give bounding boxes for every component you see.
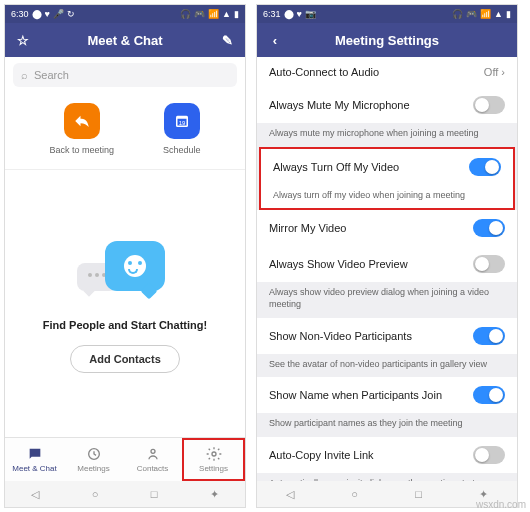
back-to-meeting-button[interactable]: Back to meeting bbox=[49, 103, 114, 155]
signal-icon: ▲ bbox=[222, 9, 231, 19]
setting-sub: Show participant names as they join the … bbox=[257, 413, 517, 437]
headset-icon: 🎧 bbox=[180, 9, 191, 19]
location-icon: ⬤ bbox=[284, 9, 294, 19]
action-row: Back to meeting 19 Schedule bbox=[5, 93, 245, 169]
back-icon[interactable]: ‹ bbox=[267, 32, 283, 48]
chevron-right-icon: › bbox=[501, 66, 505, 78]
camera-icon: 📷 bbox=[305, 9, 316, 19]
setting-mute-mic[interactable]: Always Mute My Microphone bbox=[257, 87, 517, 123]
setting-label: Auto-Connect to Audio bbox=[269, 66, 379, 78]
star-icon[interactable]: ☆ bbox=[15, 32, 31, 48]
android-nav: ◁ ○ □ ✦ bbox=[5, 481, 245, 507]
header: ‹ Meeting Settings bbox=[257, 23, 517, 57]
setting-mirror[interactable]: Mirror My Video bbox=[257, 210, 517, 246]
empty-state: Find People and Start Chatting! Add Cont… bbox=[5, 170, 245, 437]
tab-label: Contacts bbox=[137, 464, 169, 473]
schedule-button[interactable]: 19 Schedule bbox=[163, 103, 201, 155]
contacts-icon bbox=[145, 446, 161, 462]
bulb-icon: ♥ bbox=[297, 9, 302, 19]
setting-sub: Always mute my microphone when joining a… bbox=[257, 123, 517, 147]
nav-star-icon[interactable]: ✦ bbox=[210, 488, 219, 501]
battery-icon: ▮ bbox=[234, 9, 239, 19]
toggle-off[interactable] bbox=[473, 446, 505, 464]
setting-label: Auto-Copy Invite Link bbox=[269, 449, 374, 461]
nav-home-icon[interactable]: ○ bbox=[351, 488, 358, 500]
tab-label: Settings bbox=[199, 464, 228, 473]
toggle-off[interactable] bbox=[473, 255, 505, 273]
setting-video-off-group: Always Turn Off My Video Always turn off… bbox=[259, 147, 515, 211]
compose-icon[interactable]: ✎ bbox=[219, 32, 235, 48]
page-title: Meet & Chat bbox=[31, 33, 219, 48]
clock-icon bbox=[86, 446, 102, 462]
tab-label: Meet & Chat bbox=[12, 464, 56, 473]
status-time: 6:30 bbox=[11, 9, 29, 19]
tab-contacts[interactable]: Contacts bbox=[123, 438, 182, 481]
svg-point-4 bbox=[151, 449, 155, 453]
action-label: Back to meeting bbox=[49, 145, 114, 155]
calendar-icon: 19 bbox=[164, 103, 200, 139]
setting-label: Show Name when Participants Join bbox=[269, 389, 442, 401]
search-input[interactable]: ⌕ Search bbox=[13, 63, 237, 87]
setting-sub: Always turn off my video when joining a … bbox=[261, 185, 513, 209]
toggle-on[interactable] bbox=[469, 158, 501, 176]
spacer bbox=[491, 32, 507, 48]
wifi-icon: 📶 bbox=[480, 9, 491, 19]
setting-sub: Automatically copy invite link once the … bbox=[257, 473, 517, 481]
nav-back-icon[interactable]: ◁ bbox=[31, 488, 39, 501]
tab-label: Meetings bbox=[77, 464, 109, 473]
setting-value: Off› bbox=[484, 66, 505, 78]
setting-video-off[interactable]: Always Turn Off My Video bbox=[261, 149, 513, 185]
setting-label: Always Show Video Preview bbox=[269, 258, 408, 270]
game-icon: 🎮 bbox=[194, 9, 205, 19]
add-contacts-button[interactable]: Add Contacts bbox=[70, 345, 180, 373]
setting-showname[interactable]: Show Name when Participants Join bbox=[257, 377, 517, 413]
battery-icon: ▮ bbox=[506, 9, 511, 19]
setting-label: Show Non-Video Participants bbox=[269, 330, 412, 342]
setting-label: Always Mute My Microphone bbox=[269, 99, 410, 111]
phone-meeting-settings: 6:31⬤♥📷 🎧🎮📶▲▮ ‹ Meeting Settings Auto-Co… bbox=[256, 4, 518, 508]
tab-meetings[interactable]: Meetings bbox=[64, 438, 123, 481]
headset-icon: 🎧 bbox=[452, 9, 463, 19]
search-placeholder: Search bbox=[34, 69, 69, 81]
nav-back-icon[interactable]: ◁ bbox=[286, 488, 294, 501]
phone-meet-chat: 6:30⬤♥🎤↻ 🎧🎮📶▲▮ ☆ Meet & Chat ✎ ⌕ Search … bbox=[4, 4, 246, 508]
signal-icon: ▲ bbox=[494, 9, 503, 19]
page-title: Meeting Settings bbox=[283, 33, 491, 48]
bulb-icon: ♥ bbox=[45, 9, 50, 19]
wifi-icon: 📶 bbox=[208, 9, 219, 19]
nav-recent-icon[interactable]: □ bbox=[415, 488, 422, 500]
setting-nonvideo[interactable]: Show Non-Video Participants bbox=[257, 318, 517, 354]
toggle-on[interactable] bbox=[473, 327, 505, 345]
tab-settings[interactable]: Settings bbox=[182, 438, 245, 481]
location-icon: ⬤ bbox=[32, 9, 42, 19]
setting-sub: Always show video preview dialog when jo… bbox=[257, 282, 517, 317]
back-icon bbox=[64, 103, 100, 139]
header: ☆ Meet & Chat ✎ bbox=[5, 23, 245, 57]
setting-autocopy[interactable]: Auto-Copy Invite Link bbox=[257, 437, 517, 473]
game-icon: 🎮 bbox=[466, 9, 477, 19]
toggle-off[interactable] bbox=[473, 96, 505, 114]
toggle-on[interactable] bbox=[473, 219, 505, 237]
status-bar: 6:31⬤♥📷 🎧🎮📶▲▮ bbox=[257, 5, 517, 23]
nav-home-icon[interactable]: ○ bbox=[92, 488, 99, 500]
svg-text:19: 19 bbox=[178, 120, 185, 126]
status-bar: 6:30⬤♥🎤↻ 🎧🎮📶▲▮ bbox=[5, 5, 245, 23]
gear-icon bbox=[206, 446, 222, 462]
setting-preview[interactable]: Always Show Video Preview bbox=[257, 246, 517, 282]
settings-list[interactable]: Auto-Connect to Audio Off› Always Mute M… bbox=[257, 57, 517, 481]
nav-recent-icon[interactable]: □ bbox=[151, 488, 158, 500]
empty-prompt: Find People and Start Chatting! bbox=[43, 319, 207, 331]
status-time: 6:31 bbox=[263, 9, 281, 19]
setting-sub: See the avatar of non-video participants… bbox=[257, 354, 517, 378]
svg-point-5 bbox=[212, 452, 216, 456]
setting-label: Always Turn Off My Video bbox=[273, 161, 399, 173]
chat-icon bbox=[27, 446, 43, 462]
reload-icon: ↻ bbox=[67, 9, 75, 19]
chat-illustration bbox=[75, 235, 175, 305]
setting-auto-connect[interactable]: Auto-Connect to Audio Off› bbox=[257, 57, 517, 87]
tab-meet-chat[interactable]: Meet & Chat bbox=[5, 438, 64, 481]
toggle-on[interactable] bbox=[473, 386, 505, 404]
tab-bar: Meet & Chat Meetings Contacts Settings bbox=[5, 437, 245, 481]
search-icon: ⌕ bbox=[21, 69, 28, 81]
watermark: wsxdn.com bbox=[476, 499, 526, 510]
